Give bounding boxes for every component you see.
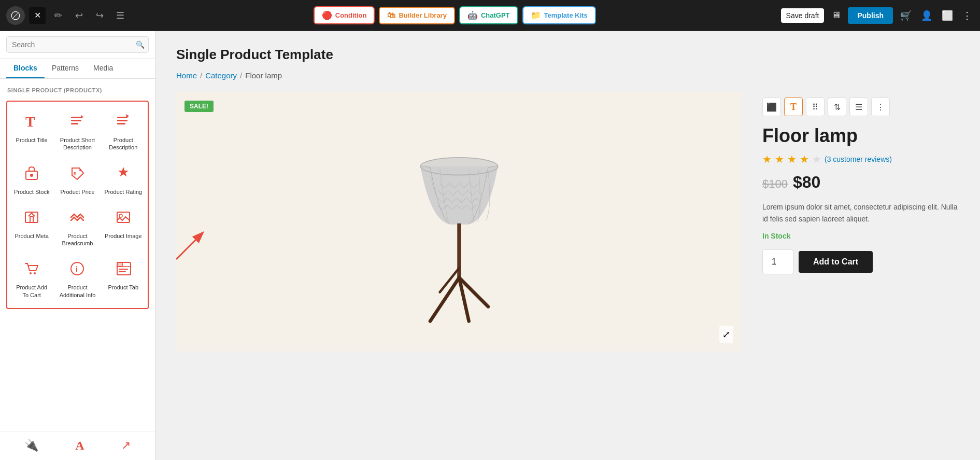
sidebar-blocks-scroll: SINGLE PRODUCT (PRODUCTX) T Product Titl… bbox=[0, 79, 155, 431]
save-draft-button[interactable]: Save draft bbox=[781, 8, 825, 23]
builder-icon: 🛍 bbox=[387, 11, 395, 20]
user-icon-button[interactable]: 👤 bbox=[919, 8, 934, 23]
reviews-link[interactable]: (3 customer reviews) bbox=[825, 155, 892, 163]
svg-rect-5 bbox=[117, 120, 127, 121]
svg-rect-4 bbox=[117, 117, 127, 118]
toolbar-t-icon: T bbox=[790, 102, 797, 113]
template-icon: 📁 bbox=[531, 10, 541, 20]
price-row: $100 $80 bbox=[762, 173, 959, 192]
redo-button[interactable]: ↪ bbox=[91, 7, 108, 24]
page-title: Single Product Template bbox=[176, 47, 959, 63]
svg-rect-1 bbox=[71, 117, 81, 118]
svg-rect-20 bbox=[117, 262, 122, 267]
tab-blocks[interactable]: Blocks bbox=[6, 59, 45, 78]
block-item-meta[interactable]: Product Meta bbox=[9, 202, 54, 253]
undo-button[interactable]: ↩ bbox=[70, 7, 87, 24]
plug-icon[interactable]: 🔌 bbox=[24, 439, 38, 453]
stock-label: Product Stock bbox=[14, 188, 49, 196]
svg-point-8 bbox=[30, 174, 33, 177]
stars-row: ★ ★ ★ ★ ★ (3 customer reviews) bbox=[762, 153, 959, 165]
star-2: ★ bbox=[775, 153, 784, 165]
product-image-wrapper: SALE! bbox=[176, 92, 742, 352]
svg-point-9 bbox=[79, 169, 81, 171]
topbar-center: 🔴 Condition 🛍 Builder Library 🤖 ChatGPT … bbox=[133, 6, 777, 24]
template-kits-button[interactable]: 📁 Template Kits bbox=[522, 6, 596, 24]
star-5: ★ bbox=[812, 153, 821, 165]
product-title-icon: T bbox=[23, 113, 40, 132]
expand-button[interactable]: ⤢ bbox=[719, 326, 733, 343]
product-title-label: Product Title bbox=[16, 136, 48, 144]
chatgpt-button[interactable]: 🤖 ChatGPT bbox=[459, 6, 518, 24]
tab-patterns[interactable]: Patterns bbox=[45, 59, 86, 78]
canvas: Single Product Template Home / Category … bbox=[155, 31, 980, 460]
block-item-product-title[interactable]: T Product Title bbox=[9, 106, 54, 157]
topbar: ✕ ✏ ↩ ↪ ☰ 🔴 Condition 🛍 Builder Library … bbox=[0, 0, 980, 31]
svg-text:$: $ bbox=[74, 171, 76, 176]
tab-icon bbox=[115, 260, 132, 280]
block-grid: T Product Title bbox=[9, 106, 146, 304]
additional-info-icon: i bbox=[69, 260, 86, 280]
tab-label: Product Tab bbox=[108, 284, 139, 291]
block-item-image[interactable]: Product Image bbox=[101, 202, 146, 253]
typography-icon[interactable]: A bbox=[75, 439, 84, 453]
toolbar-grid-btn[interactable]: ⠿ bbox=[806, 97, 825, 116]
edit-icon-button[interactable]: ✏ bbox=[50, 7, 66, 24]
condition-label: Condition bbox=[335, 11, 367, 19]
wp-logo bbox=[6, 6, 25, 25]
short-desc-label: Product Short Description bbox=[58, 136, 96, 151]
toolbar-text-btn[interactable]: T bbox=[784, 97, 803, 116]
builder-library-button[interactable]: 🛍 Builder Library bbox=[379, 7, 455, 24]
toolbar-up-down-btn[interactable]: ⇅ bbox=[828, 97, 846, 116]
toolbar-layout-btn[interactable]: ⬛ bbox=[762, 97, 781, 116]
block-item-rating[interactable]: Product Rating bbox=[101, 158, 146, 201]
share-icon[interactable]: ↗ bbox=[121, 439, 131, 453]
template-label: Template Kits bbox=[544, 11, 588, 19]
layout-icon-button[interactable]: ⬜ bbox=[940, 8, 955, 23]
toolbar-align-btn[interactable]: ☰ bbox=[849, 97, 868, 116]
chatgpt-icon: 🤖 bbox=[467, 10, 478, 20]
block-item-price[interactable]: $ Product Price bbox=[55, 158, 100, 201]
breadcrumb-sep2: / bbox=[240, 71, 242, 80]
block-item-breadcrumb[interactable]: Product Breadcrumb bbox=[55, 202, 100, 253]
svg-point-15 bbox=[30, 272, 32, 274]
rating-icon bbox=[115, 165, 132, 184]
svg-point-16 bbox=[34, 272, 36, 274]
desc-label: Product Description bbox=[104, 136, 143, 151]
close-button[interactable]: ✕ bbox=[29, 7, 46, 24]
quantity-input[interactable] bbox=[762, 249, 793, 274]
condition-button[interactable]: 🔴 Condition bbox=[314, 6, 375, 24]
section-label: SINGLE PRODUCT (PRODUCTX) bbox=[0, 81, 155, 96]
add-to-cart-row: Add to Cart bbox=[762, 249, 959, 274]
add-to-cart-label: Product Add To Cart bbox=[12, 284, 51, 299]
preview-button[interactable]: 🖥 bbox=[829, 8, 843, 23]
stock-icon bbox=[23, 165, 40, 184]
svg-point-14 bbox=[119, 214, 122, 217]
add-to-cart-button[interactable]: Add to Cart bbox=[799, 251, 873, 273]
price-label: Product Price bbox=[60, 188, 94, 196]
product-description: Lorem ipsum dolor sit amet, consectetur … bbox=[762, 201, 959, 225]
product-name: Floor lamp bbox=[762, 124, 959, 147]
toolbar-more-btn[interactable]: ⋮ bbox=[871, 97, 890, 116]
publish-button[interactable]: Publish bbox=[848, 7, 893, 24]
meta-label: Product Meta bbox=[15, 232, 48, 240]
menu-button[interactable]: ☰ bbox=[112, 7, 129, 24]
block-item-desc[interactable]: Product Description bbox=[101, 106, 146, 157]
sidebar: 🔍 Blocks Patterns Media SINGLE PRODUCT (… bbox=[0, 31, 155, 460]
block-item-short-desc[interactable]: Product Short Description bbox=[55, 106, 100, 157]
search-input[interactable] bbox=[6, 36, 149, 53]
add-to-cart-icon bbox=[23, 260, 40, 280]
breadcrumb-category[interactable]: Category bbox=[205, 71, 237, 80]
block-item-add-to-cart[interactable]: Product Add To Cart bbox=[9, 253, 54, 304]
tab-media[interactable]: Media bbox=[86, 59, 120, 78]
chatgpt-label: ChatGPT bbox=[481, 11, 510, 19]
sidebar-bottom-icons: 🔌 A ↗ bbox=[0, 431, 155, 460]
woo-icon-button[interactable]: 🛒 bbox=[898, 8, 914, 23]
sidebar-search-area: 🔍 bbox=[0, 31, 155, 59]
block-item-stock[interactable]: Product Stock bbox=[9, 158, 54, 201]
block-item-tab[interactable]: Product Tab bbox=[101, 253, 146, 304]
breadcrumb-home[interactable]: Home bbox=[176, 71, 197, 80]
topbar-right: Save draft 🖥 Publish 🛒 👤 ⬜ ⋮ bbox=[781, 7, 974, 24]
sale-badge: SALE! bbox=[184, 101, 214, 112]
more-options-button[interactable]: ⋮ bbox=[960, 8, 974, 23]
block-item-additional-info[interactable]: i Product Additional Info bbox=[55, 253, 100, 304]
